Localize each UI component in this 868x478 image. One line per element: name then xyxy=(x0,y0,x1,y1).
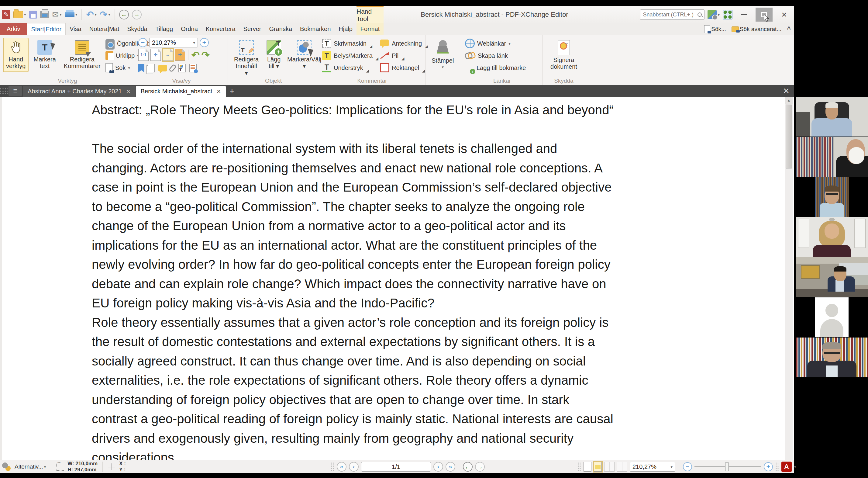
fit-visible-button[interactable]: ✛ xyxy=(175,49,185,61)
stamp-button[interactable]: Stämpel ▾ xyxy=(429,38,457,72)
rotate-ccw-button[interactable]: ↶ xyxy=(191,50,200,60)
two-page-layout-button[interactable] xyxy=(604,462,615,472)
vertical-scrollbar[interactable]: ▲ xyxy=(785,97,793,460)
tabbar-grip[interactable] xyxy=(0,88,8,94)
maximize-button[interactable] xyxy=(755,8,773,22)
thumbnails-panel-icon[interactable] xyxy=(148,64,155,72)
statusbar-zoom-out-button[interactable]: − xyxy=(683,462,692,471)
history-forward-button[interactable]: → xyxy=(132,10,142,20)
rectangle-tool-button[interactable]: Rektangel◢ xyxy=(380,63,428,73)
zoom-slider[interactable] xyxy=(694,467,761,467)
document-tab-2[interactable]: Bersick Michalski_abstract ✕ xyxy=(136,86,226,97)
bookmarks-panel-icon[interactable] xyxy=(138,64,144,72)
print-button[interactable] xyxy=(40,11,49,18)
email-button[interactable]: ✉▾ xyxy=(52,11,62,19)
menu-item-notera-mat[interactable]: Notera|Mät xyxy=(85,23,123,35)
scrollbar-thumb[interactable] xyxy=(786,104,792,169)
menu-item-arkiv[interactable]: Arkiv xyxy=(0,23,27,35)
select-object-button[interactable]: Markera/Välj ▾ xyxy=(286,38,322,72)
weblinks-button[interactable]: Weblänkar▾ xyxy=(465,38,526,49)
menu-item-tillagg[interactable]: Tillägg xyxy=(151,23,177,35)
select-text-button[interactable]: T Markera text xyxy=(30,38,59,72)
typewriter-button[interactable]: TSkrivmaskin◢ xyxy=(322,38,378,49)
search-menu-button[interactable]: Sök... xyxy=(704,25,726,33)
undo-button[interactable]: ↶▾ xyxy=(86,10,97,19)
history-back-button[interactable]: ← xyxy=(119,10,129,20)
add-object-button[interactable]: Lägg till ▾ xyxy=(264,38,284,72)
view-forward-button[interactable]: → xyxy=(475,462,485,472)
properties-panel-icon[interactable] xyxy=(189,64,197,72)
tab-2-close-icon[interactable]: ✕ xyxy=(216,88,221,95)
menu-item-hjalp[interactable]: Hjälp xyxy=(335,23,356,35)
page-number-field[interactable]: 1/1 xyxy=(361,462,431,472)
redo-button[interactable]: ↷▾ xyxy=(100,10,110,19)
tab-1-close-icon[interactable]: ✕ xyxy=(126,88,131,95)
zoom-in-button[interactable]: + xyxy=(200,38,209,47)
fullscreen-button[interactable] xyxy=(723,10,733,20)
single-page-layout-button[interactable] xyxy=(584,462,591,472)
highlight-button[interactable]: TBelys/Markera◢ xyxy=(322,51,378,61)
participant-video-4[interactable] xyxy=(796,217,868,257)
menu-item-start-editor[interactable]: Start|Editor xyxy=(27,23,66,35)
edit-comments-button[interactable]: Redigera Kommentarer xyxy=(61,38,104,72)
participant-video-7[interactable] xyxy=(796,337,868,377)
save-button[interactable] xyxy=(29,11,37,19)
advanced-search-button[interactable]: Sök avancerat... xyxy=(732,26,781,33)
tab-list-button[interactable]: ≡ xyxy=(8,86,22,96)
content-panel-icon[interactable] xyxy=(178,64,186,72)
quickstart-search-input[interactable]: Snabbstart (CTRL+.) xyxy=(640,9,705,20)
scroll-up-arrow[interactable]: ▲ xyxy=(785,97,793,104)
continuous-layout-button[interactable] xyxy=(594,462,602,472)
participant-video-1[interactable] xyxy=(796,97,868,137)
edit-content-button[interactable]: Redigera Innehåll ▾ xyxy=(231,38,262,79)
last-page-button[interactable]: » xyxy=(445,462,455,472)
sign-document-button[interactable]: Signera dokument xyxy=(546,38,582,73)
menu-item-skydda[interactable]: Skydda xyxy=(123,23,151,35)
zoom-slider-handle[interactable] xyxy=(725,462,729,471)
statusbar-zoom-dropdown[interactable]: 210,27%▾ xyxy=(630,462,675,472)
hand-tool-button[interactable]: Hand verktyg xyxy=(3,38,29,72)
next-page-button[interactable]: › xyxy=(433,462,443,472)
menu-item-granska[interactable]: Granska xyxy=(265,23,296,35)
participant-video-6-avatar-placeholder[interactable] xyxy=(796,297,868,337)
zoom-out-button[interactable]: − xyxy=(138,38,147,47)
create-link-button[interactable]: Skapa länk xyxy=(465,51,526,61)
menu-item-server[interactable]: Server xyxy=(240,23,265,35)
underline-button[interactable]: TUnderstryk◢ xyxy=(322,63,378,73)
adobe-dropdown-arrow[interactable]: ▾ xyxy=(794,465,796,469)
participant-video-2[interactable] xyxy=(796,137,868,177)
document-tab-1[interactable]: Abstract Anna + Charles May 2021 ✕ xyxy=(23,86,135,97)
menu-item-bokmarken[interactable]: Bokmärken xyxy=(296,23,335,35)
close-all-button[interactable]: ✕ xyxy=(779,85,794,97)
participant-video-5[interactable] xyxy=(796,257,868,297)
two-page-continuous-layout-button[interactable] xyxy=(617,462,627,472)
menu-item-konvertera[interactable]: Konvertera xyxy=(202,23,240,35)
previous-page-button[interactable]: ‹ xyxy=(349,462,359,472)
sticky-note-button[interactable]: Anteckning◢ xyxy=(380,38,428,49)
minimize-button[interactable] xyxy=(736,8,752,22)
attachments-panel-icon[interactable] xyxy=(168,64,177,73)
fit-page-button[interactable]: ✛ xyxy=(150,49,161,61)
open-button[interactable]: ▾ xyxy=(13,11,26,18)
comments-panel-icon[interactable] xyxy=(158,65,167,71)
zoom-level-dropdown[interactable]: 210,27%▾ xyxy=(149,38,198,48)
ui-options-button[interactable]: ▾ xyxy=(708,10,720,19)
actual-size-button[interactable]: 1:1 xyxy=(138,49,149,61)
first-page-button[interactable]: « xyxy=(337,462,346,472)
menu-item-format[interactable]: Format xyxy=(356,23,383,35)
fit-width-button[interactable]: ↔ xyxy=(163,49,173,61)
options-button[interactable]: Alternativ...▾ xyxy=(14,464,46,470)
rotate-cw-button[interactable]: ↷ xyxy=(202,50,210,60)
new-tab-button[interactable]: + xyxy=(226,85,238,97)
adobe-acrobat-icon[interactable]: A xyxy=(781,461,792,472)
statusbar-zoom-in-button[interactable]: + xyxy=(764,462,773,471)
add-bookmark-button[interactable]: Lägg till bokmärke xyxy=(465,63,526,73)
view-back-button[interactable]: ← xyxy=(463,462,473,472)
menu-item-visa[interactable]: Visa xyxy=(66,23,85,35)
arrow-tool-button[interactable]: Pil◢ xyxy=(380,51,428,61)
participant-video-3[interactable] xyxy=(796,177,868,217)
collapse-ribbon-button[interactable]: ^ xyxy=(787,25,791,33)
document-page[interactable]: Abstract: „Role Theory Meets Geo-politic… xyxy=(0,97,794,460)
close-button[interactable]: × xyxy=(776,8,793,22)
export-button[interactable]: ▾ xyxy=(65,12,78,17)
